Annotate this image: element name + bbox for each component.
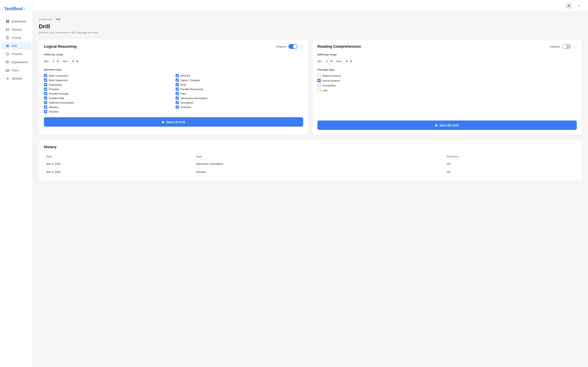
qt-must-be: Must Be	[176, 74, 303, 77]
rc-max-item: Max: 12345	[337, 58, 353, 64]
svg-rect-1	[8, 20, 9, 21]
qt-parallel-principle: Parallel Principle	[44, 92, 172, 95]
pt-law-checkbox[interactable]	[318, 89, 321, 92]
lr-max-select[interactable]: 12345	[70, 58, 79, 64]
qt-must-be-checkbox[interactable]	[176, 74, 179, 77]
lr-difficulty-label: Difficulty range	[44, 53, 303, 56]
logo-checkmark: ✓	[23, 7, 26, 11]
rc-adaptive-toggle[interactable]	[562, 44, 571, 49]
rc-card-header: Reading Comprehension Adaptive i	[318, 44, 577, 49]
sidebar-item-explanations[interactable]: Explanations	[2, 58, 31, 66]
rc-max-select[interactable]: 12345	[343, 58, 353, 64]
qt-parallel-flaw-checkbox[interactable]	[44, 96, 47, 100]
qt-flaw-checkbox[interactable]	[176, 92, 179, 95]
qt-parallel-principle-checkbox[interactable]	[44, 92, 47, 95]
history-table-row[interactable]: Mar 3, 2025 Necessary Assumption 0%	[44, 160, 577, 168]
history-type: Paradox	[194, 168, 444, 176]
classes-icon	[6, 28, 9, 31]
main-content: A ☀ Dashboard / Drill Drill Practice one…	[33, 0, 588, 367]
page-subtitle: Practice one LR question or RC passage a…	[39, 31, 582, 34]
pt-social-science-checkbox[interactable]	[318, 79, 321, 82]
sidebar-collapse-button[interactable]: ‹	[30, 181, 35, 186]
start-lr-icon: ▶	[162, 120, 164, 124]
sidebar-item-dashboard[interactable]: Dashboard	[2, 17, 31, 25]
start-rc-label: Start RC Drill	[440, 124, 458, 127]
sidebar-item-classes[interactable]: Classes	[2, 26, 31, 33]
sidebar-item-label: Dashboard	[12, 20, 26, 23]
sidebar-nav: Dashboard Classes Course Drill Practice	[0, 17, 33, 363]
start-lr-drill-button[interactable]: ▶ Start LR Drill	[44, 117, 303, 127]
sidebar-item-course[interactable]: Course	[2, 34, 31, 42]
sidebar-item-label: Practice	[12, 52, 22, 56]
qt-evaluate-checkbox[interactable]	[176, 105, 179, 109]
logo: TestBest ✓	[0, 4, 33, 17]
qt-weaken-checkbox[interactable]	[44, 105, 47, 109]
history-date: Mar 3, 2025	[44, 160, 194, 168]
sidebar-item-label: Inbox	[12, 69, 19, 72]
sidebar-item-drill[interactable]: Drill	[2, 42, 31, 50]
rc-passage-types: Natural Science Social Science Humanitie…	[318, 74, 577, 92]
rc-adaptive-label: Adaptive	[550, 45, 560, 48]
qt-must-be-label: Must Be	[181, 74, 190, 77]
sidebar-item-inbox[interactable]: Inbox	[2, 67, 31, 74]
lr-min-label: Min:	[44, 60, 49, 63]
sidebar-item-settings[interactable]: Settings	[2, 75, 31, 82]
qt-agree-disagree-checkbox[interactable]	[176, 78, 179, 82]
history-col-accuracy: Accuracy	[444, 153, 577, 160]
rc-info-icon[interactable]: i	[573, 45, 577, 48]
breadcrumb-separator: /	[53, 18, 54, 21]
qt-sufficient-assumption: Sufficient Assumption	[44, 101, 172, 104]
sidebar-item-label: Drill	[12, 44, 17, 48]
start-rc-icon: ▶	[435, 123, 438, 127]
sidebar-item-practice[interactable]: Practice	[2, 50, 31, 58]
qt-agree-disagree: Agree / Disagree	[176, 78, 303, 82]
qt-reasoning-checkbox[interactable]	[44, 83, 47, 86]
history-accuracy: 0%	[444, 160, 577, 168]
qt-main-conclusion-checkbox[interactable]	[44, 74, 47, 77]
history-table-row[interactable]: Mar 3, 2025 Paradox 0%	[44, 168, 577, 176]
history-type: Necessary Assumption	[194, 160, 444, 168]
lr-qt-label: Question type	[44, 68, 303, 71]
sidebar: TestBest ✓ Dashboard Classes Course	[0, 0, 33, 367]
pt-law-label: Law	[322, 89, 327, 92]
qt-parallel-reasoning: Parallel Reasoning	[176, 87, 303, 91]
history-accuracy: 0%	[444, 168, 577, 176]
lr-max-item: Max: 12345	[63, 58, 79, 64]
lr-min-item: Min: 12345	[44, 58, 60, 64]
theme-toggle-icon[interactable]: ☀	[575, 2, 582, 9]
pt-humanities-checkbox[interactable]	[318, 84, 321, 87]
start-rc-drill-button[interactable]: ▶ Start RC Drill	[318, 120, 577, 130]
qt-principle-label: Principle	[49, 88, 59, 91]
qt-weaken: Weaken	[44, 105, 172, 109]
history-table: Date Type Accuracy Mar 3, 2025 Necessary…	[44, 153, 577, 176]
lr-info-icon[interactable]: i	[300, 45, 303, 48]
qt-reasoning: Reasoning	[44, 83, 172, 86]
qt-paradox-checkbox[interactable]	[44, 110, 47, 113]
course-icon	[6, 36, 9, 40]
qt-parallel-flaw: Parallel Flaw	[44, 96, 172, 100]
qt-strengthen-label: Strengthen	[181, 101, 194, 104]
qt-necessary-assumption-checkbox[interactable]	[176, 96, 179, 100]
breadcrumb-parent[interactable]: Dashboard	[39, 18, 52, 21]
practice-icon	[6, 52, 9, 56]
qt-parallel-reasoning-label: Parallel Reasoning	[181, 88, 203, 91]
logo-text: TestBest	[4, 6, 23, 11]
explanations-icon	[6, 60, 9, 64]
pt-natural-science-checkbox[interactable]	[318, 74, 321, 77]
lr-min-select[interactable]: 12345	[50, 58, 60, 64]
svg-rect-3	[8, 22, 9, 23]
qt-flaw: Flaw	[176, 92, 303, 95]
lr-card: Logical Reasoning Adaptive i Difficulty …	[39, 39, 308, 135]
lr-question-types-grid: Main Conclusion Must Be Most Supported A…	[44, 74, 303, 113]
rc-min-select[interactable]: 12345	[324, 58, 333, 64]
qt-parallel-reasoning-checkbox[interactable]	[176, 87, 179, 91]
qt-strengthen-checkbox[interactable]	[176, 101, 179, 104]
rc-max-label: Max:	[337, 60, 342, 63]
qt-role-checkbox[interactable]	[176, 83, 179, 86]
start-lr-label: Start LR Drill	[166, 120, 185, 124]
qt-most-supported-checkbox[interactable]	[44, 78, 47, 82]
qt-sufficient-assumption-checkbox[interactable]	[44, 101, 47, 104]
user-avatar[interactable]: A	[566, 2, 572, 9]
qt-principle-checkbox[interactable]	[44, 87, 47, 91]
lr-adaptive-toggle[interactable]	[288, 44, 297, 49]
